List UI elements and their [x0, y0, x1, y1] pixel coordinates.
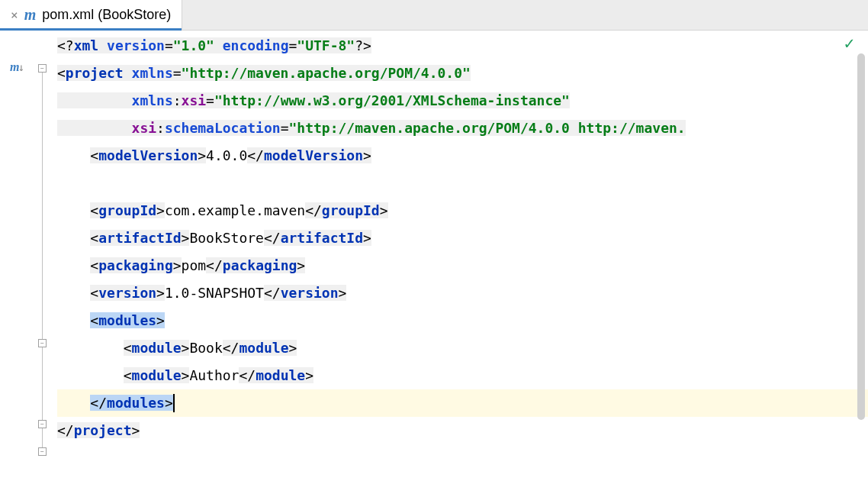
code-line-current[interactable]: </modules> [57, 389, 868, 417]
tab-filename: pom.xml (BookStore) [42, 7, 171, 23]
fold-handle-project-close[interactable]: − [38, 447, 47, 456]
code-line[interactable]: <module>Author</module> [57, 362, 868, 389]
editor-area: m↓ − − − − ✓ <?xml version="1.0" encodin… [0, 31, 868, 481]
code-line[interactable] [57, 169, 868, 197]
maven-gutter-icon[interactable]: m↓ [10, 58, 24, 74]
code-line[interactable]: <packaging>pom</packaging> [57, 252, 868, 279]
left-gutter: m↓ [0, 31, 34, 481]
code-line[interactable]: <module>Book</module> [57, 334, 868, 362]
scrollbar[interactable] [857, 53, 865, 450]
code-line[interactable]: <version>1.0-SNAPSHOT</version> [57, 279, 868, 307]
code-line[interactable]: <groupId>com.example.maven</groupId> [57, 197, 868, 224]
fold-handle-modules-open[interactable]: − [38, 339, 47, 347]
code-line[interactable]: <modelVersion>4.0.0</modelVersion> [57, 142, 868, 169]
scrollbar-thumb[interactable] [857, 53, 865, 420]
code-line[interactable]: xmlns:xsi="http://www.w3.org/2001/XMLSch… [57, 87, 868, 115]
code-line[interactable]: </project> [57, 417, 868, 444]
fold-line-modules [42, 341, 43, 423]
code-line[interactable]: <?xml version="1.0" encoding="UTF-8"?> [57, 32, 868, 60]
code-editor[interactable]: ✓ <?xml version="1.0" encoding="UTF-8"?>… [57, 31, 868, 481]
fold-gutter: − − − − [34, 31, 57, 481]
inspection-ok-icon[interactable]: ✓ [844, 34, 854, 53]
code-line[interactable]: <modules> [57, 307, 868, 334]
code-line[interactable]: <artifactId>BookStore</artifactId> [57, 224, 868, 252]
close-tab-icon[interactable]: × [11, 8, 18, 22]
text-caret [173, 394, 175, 412]
maven-file-icon: m [24, 6, 37, 24]
tab-bar: × m pom.xml (BookStore) [0, 0, 868, 31]
code-line[interactable]: xsi:schemaLocation="http://maven.apache.… [57, 115, 868, 142]
fold-handle-modules-close[interactable]: − [38, 420, 47, 428]
code-line[interactable]: <project xmlns="http://maven.apache.org/… [57, 60, 868, 87]
tab-pom-xml[interactable]: × m pom.xml (BookStore) [0, 0, 182, 30]
fold-handle-project[interactable]: − [38, 64, 47, 73]
